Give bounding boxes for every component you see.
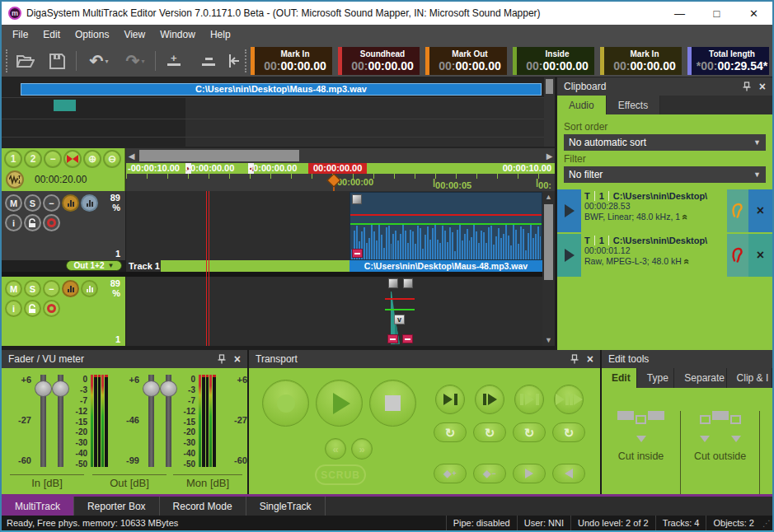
in-fader-left[interactable] — [35, 375, 52, 467]
play-to-mark-button[interactable] — [435, 385, 465, 414]
loop-button-4[interactable]: ↻ — [552, 422, 585, 442]
goto-marker-icon[interactable] — [226, 51, 242, 71]
tab-effects[interactable]: Effects — [607, 96, 660, 114]
record-arm-button[interactable] — [43, 214, 60, 231]
menu-options[interactable]: Options — [68, 26, 116, 44]
soundhead-line[interactable] — [206, 191, 209, 346]
rewind-button[interactable]: « — [325, 438, 346, 460]
meter-mode-button[interactable] — [62, 280, 79, 297]
solo-button[interactable]: S — [24, 194, 41, 212]
project-overview[interactable]: C:\Users\nin\Desktop\Maus-48.mp3.wav — [2, 77, 555, 148]
audio-clip-1[interactable] — [349, 192, 542, 260]
toolbar-grip[interactable] — [245, 49, 247, 72]
clip-handle[interactable] — [388, 278, 398, 288]
solo-button[interactable]: S — [24, 280, 41, 297]
next-marker-button[interactable] — [513, 464, 546, 483]
prelisten-button[interactable] — [727, 234, 748, 277]
tab-singletrack[interactable]: SingleTrack — [246, 497, 326, 516]
track2-lane[interactable]: v — [126, 277, 542, 346]
play-button[interactable] — [316, 380, 363, 427]
clip-remove-handle[interactable] — [352, 249, 363, 258]
loop-button-1[interactable]: ↻ — [434, 422, 467, 442]
expand-icon[interactable]: « — [679, 214, 690, 220]
pin-icon[interactable] — [570, 354, 579, 364]
meter-mode-button[interactable] — [62, 194, 79, 212]
tab-clip-insert[interactable]: Clip & I — [727, 368, 772, 388]
clip-level-line-green[interactable] — [350, 223, 542, 225]
lock-button[interactable] — [24, 214, 41, 231]
clip-level-line-red[interactable] — [385, 298, 415, 300]
maximize-button[interactable]: □ — [698, 2, 735, 25]
tab-edit[interactable]: Edit — [602, 368, 637, 388]
scroll-up-icon[interactable]: ▲ — [542, 191, 555, 203]
zoom-out-button[interactable]: ⊖ — [103, 150, 121, 168]
tab-type[interactable]: Type — [637, 368, 674, 388]
remove-marker-button[interactable]: ◆− — [473, 464, 506, 483]
redo-icon[interactable]: ↷▾ — [120, 51, 150, 71]
forward-button[interactable]: » — [351, 438, 373, 460]
meter-mode-alt-button[interactable] — [81, 194, 98, 212]
save-icon[interactable] — [46, 51, 68, 71]
play-from-mark-button[interactable] — [475, 385, 504, 414]
clip-level-line-red[interactable] — [350, 214, 542, 216]
zoom-preset-1-button[interactable]: 1 — [4, 150, 22, 168]
overview-scrollbar[interactable] — [544, 77, 555, 147]
minimize-track-button[interactable]: − — [43, 280, 60, 297]
minimize-button[interactable]: — — [661, 2, 698, 25]
play-between-marks-button[interactable] — [514, 385, 544, 414]
menu-view[interactable]: View — [116, 26, 152, 44]
track-scrollbar[interactable]: ▲ ▼ — [542, 191, 555, 346]
close-button[interactable]: ✕ — [735, 2, 772, 25]
lock-button[interactable] — [24, 300, 41, 317]
tab-audio[interactable]: Audio — [557, 96, 607, 114]
pin-icon[interactable] — [218, 354, 226, 364]
zoom-in-button[interactable]: ⊕ — [83, 150, 101, 168]
track-scroll-thumb[interactable] — [544, 204, 553, 280]
menu-window[interactable]: Window — [152, 26, 203, 44]
zoom-to-selection-button[interactable] — [63, 150, 82, 168]
loop-button-2[interactable]: ↻ — [473, 422, 506, 442]
timeline-scroll-thumb[interactable] — [139, 150, 299, 161]
clipboard-item[interactable]: T1C:\Users\nin\Desktop\ 00:00:28.53 BWF,… — [557, 189, 772, 232]
collapse-button[interactable]: − — [44, 150, 62, 168]
cut-outside-tool[interactable]: Cut outside — [681, 411, 760, 494]
mute-button[interactable]: M — [5, 194, 22, 212]
menu-edit[interactable]: Edit — [35, 26, 68, 44]
timeline-scrollbar[interactable]: ◀ ▶ — [126, 148, 555, 163]
scroll-left-icon[interactable]: ◀ — [126, 148, 137, 163]
remove-marker-icon[interactable] — [198, 51, 219, 71]
record-button[interactable] — [262, 380, 309, 427]
play-around-marks-button[interactable] — [554, 385, 584, 414]
loop-button-3[interactable]: ↻ — [513, 422, 546, 442]
sort-order-select[interactable]: No automatic sort▼ — [564, 134, 766, 151]
add-marker-icon[interactable]: + — [163, 51, 185, 71]
filter-select[interactable]: No filter▼ — [564, 166, 766, 183]
mute-button[interactable]: M — [5, 280, 22, 297]
meter-mode-alt-button[interactable] — [81, 280, 98, 297]
track-info-button[interactable]: i — [5, 300, 22, 317]
scroll-right-icon[interactable]: ▶ — [544, 148, 555, 163]
undo-icon[interactable]: ↶▾ — [84, 51, 114, 71]
out-fader-left[interactable] — [143, 375, 160, 467]
close-panel-icon[interactable]: × — [587, 353, 593, 365]
clip-remove-handle[interactable] — [402, 334, 413, 343]
in-fader-right[interactable] — [52, 375, 69, 467]
stop-button[interactable] — [369, 380, 416, 427]
track-info-button[interactable]: i — [5, 214, 22, 231]
clip1-file-label[interactable]: C:\Users\nin\Desktop\Maus-48.mp3.wav — [349, 260, 542, 272]
scroll-down-icon[interactable]: ▼ — [542, 334, 555, 346]
remove-item-button[interactable]: × — [748, 234, 772, 277]
menu-file[interactable]: File — [5, 26, 35, 44]
open-file-icon[interactable] — [15, 51, 36, 71]
play-item-button[interactable] — [557, 189, 581, 232]
prev-marker-button[interactable] — [552, 464, 585, 483]
clip-volume-handle[interactable]: v — [394, 315, 405, 324]
zoom-preset-2-button[interactable]: 2 — [24, 150, 42, 168]
clip-handle[interactable] — [403, 278, 413, 288]
tab-separate[interactable]: Separate — [674, 368, 726, 388]
menu-help[interactable]: Help — [203, 26, 238, 44]
expand-icon[interactable]: « — [681, 259, 692, 264]
play-item-button[interactable] — [557, 234, 581, 277]
tab-record-mode[interactable]: Record Mode — [160, 497, 246, 516]
tab-reporter-box[interactable]: Reporter Box — [74, 497, 160, 516]
